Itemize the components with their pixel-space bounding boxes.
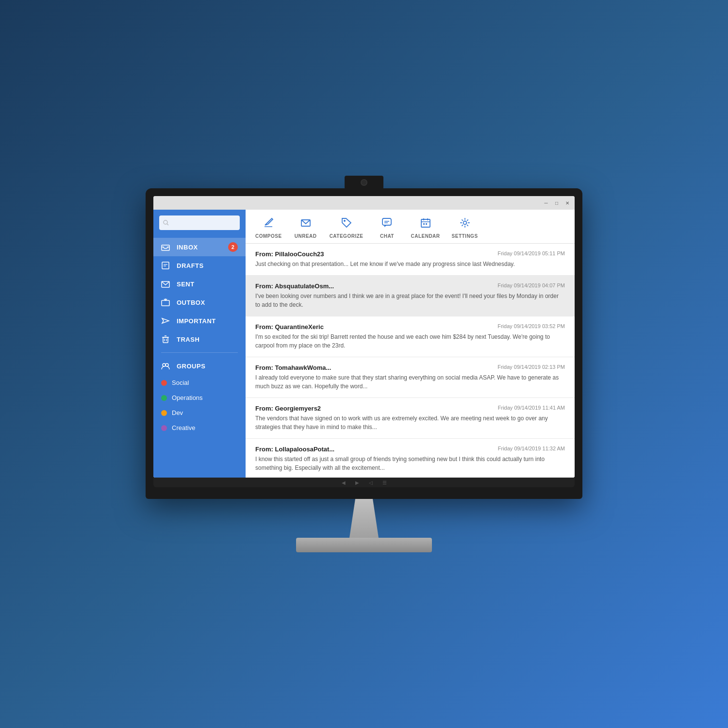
email-preview-5: I know this started off as just a small …: [255, 455, 565, 472]
group-item-operations[interactable]: Operations: [153, 390, 246, 405]
groups-icon: [161, 362, 170, 370]
monitor-btn-3[interactable]: ◁: [369, 480, 373, 485]
inbox-icon: [161, 243, 170, 251]
toolbar-chat[interactable]: CHAT: [375, 214, 399, 239]
email-from-5: From: LollapaloosaPotat...: [255, 446, 334, 453]
operations-dot: [161, 395, 167, 401]
toolbar-unread[interactable]: UNREAD: [294, 214, 318, 239]
sidebar-item-drafts[interactable]: DRAFTS: [153, 256, 246, 275]
email-item-3[interactable]: From: TomahawkWoma... Friday 09/14/2019 …: [246, 357, 575, 398]
email-from-0: From: PillalooCouch23: [255, 250, 324, 258]
svg-line-1: [167, 224, 168, 225]
compose-icon: [260, 214, 277, 232]
email-item-0[interactable]: From: PillalooCouch23 Friday 09/14/2019 …: [246, 244, 575, 276]
monitor-btn-4[interactable]: ☰: [382, 480, 387, 485]
email-preview-4: The vendors that have signed on to work …: [255, 414, 565, 431]
sidebar-item-trash[interactable]: TRASH: [153, 330, 246, 348]
monitor-btn-1[interactable]: ◀: [342, 480, 346, 485]
chat-icon: [378, 214, 396, 232]
svg-rect-29: [426, 223, 427, 225]
outbox-label: OUTBOX: [177, 299, 205, 306]
sidebar-item-sent[interactable]: SENT: [153, 275, 246, 293]
sidebar-item-outbox[interactable]: OUTBOX: [153, 293, 246, 312]
categorize-label: CATEGORIZE: [330, 233, 364, 239]
calendar-icon: [417, 214, 434, 232]
sidebar: INBOX 2 DRAFTS: [153, 210, 246, 478]
search-icon: [163, 220, 169, 226]
monitor-frame: ─ □ ✕: [146, 188, 582, 499]
email-preview-0: Just checking on that presentation... Le…: [255, 260, 565, 268]
email-date-5: Friday 09/14/2019 11:32 AM: [498, 446, 565, 453]
monitor-stand-base: [296, 538, 432, 552]
svg-point-0: [164, 220, 167, 224]
svg-rect-28: [423, 223, 425, 225]
email-from-1: From: AbsquatulateOsm...: [255, 282, 334, 290]
webcam: [345, 176, 383, 189]
toolbar-settings[interactable]: SETTINGS: [452, 214, 478, 239]
sidebar-item-inbox[interactable]: INBOX 2: [153, 238, 246, 256]
drafts-icon: [161, 261, 170, 270]
svg-marker-9: [162, 318, 169, 323]
trash-icon: [161, 335, 170, 344]
email-list: From: PillalooCouch23 Friday 09/14/2019 …: [246, 244, 575, 478]
close-button[interactable]: ✕: [564, 199, 571, 206]
trash-label: TRASH: [177, 336, 199, 343]
email-preview-3: I already told everyone to make sure tha…: [255, 373, 565, 391]
email-header-2: From: QuarantineXeric Friday 09/14/2019 …: [255, 323, 565, 331]
email-item-1[interactable]: From: AbsquatulateOsm... Friday 09/14/20…: [246, 276, 575, 316]
email-header-5: From: LollapaloosaPotat... Friday 09/14/…: [255, 446, 565, 453]
unread-icon: [297, 214, 314, 232]
svg-rect-10: [163, 337, 168, 343]
toolbar: COMPOSE UNREAD: [246, 210, 575, 244]
operations-label: Operations: [172, 394, 203, 401]
group-item-dev[interactable]: Dev: [153, 405, 246, 420]
compose-label: COMPOSE: [255, 233, 282, 239]
settings-label: SETTINGS: [452, 233, 478, 239]
email-item-5[interactable]: From: LollapaloosaPotat... Friday 09/14/…: [246, 439, 575, 478]
email-date-2: Friday 09/14/2019 03:52 PM: [497, 323, 565, 331]
email-item-2[interactable]: From: QuarantineXeric Friday 09/14/2019 …: [246, 316, 575, 357]
email-header-0: From: PillalooCouch23 Friday 09/14/2019 …: [255, 250, 565, 258]
minimize-button[interactable]: ─: [543, 199, 549, 206]
settings-icon: [456, 214, 474, 232]
toolbar-compose[interactable]: COMPOSE: [255, 214, 282, 239]
app-container: INBOX 2 DRAFTS: [153, 210, 575, 478]
social-label: Social: [172, 379, 189, 386]
svg-rect-20: [382, 218, 391, 225]
important-label: IMPORTANT: [177, 317, 216, 325]
svg-rect-3: [162, 262, 169, 269]
email-header-4: From: Georgiemyers2 Friday 09/14/2019 11…: [255, 405, 565, 412]
svg-point-19: [344, 220, 346, 222]
toolbar-categorize[interactable]: CATEGORIZE: [330, 214, 364, 239]
sidebar-divider: [161, 352, 238, 353]
svg-point-30: [463, 221, 466, 225]
social-dot: [161, 380, 167, 386]
toolbar-calendar[interactable]: CALENDAR: [411, 214, 440, 239]
search-bar[interactable]: [159, 215, 240, 230]
monitor-btn-2[interactable]: ▶: [355, 480, 359, 485]
main-content: COMPOSE UNREAD: [246, 210, 575, 478]
maximize-button[interactable]: □: [553, 199, 560, 206]
sidebar-item-important[interactable]: IMPORTANT: [153, 312, 246, 330]
calendar-label: CALENDAR: [411, 233, 440, 239]
monitor-wrapper: ─ □ ✕: [146, 176, 582, 552]
window-chrome: ─ □ ✕: [153, 196, 575, 210]
email-from-2: From: QuarantineXeric: [255, 323, 324, 331]
email-preview-2: I'm so excited for the ski trip! Barrett…: [255, 332, 565, 350]
email-date-1: Friday 09/14/2019 04:07 PM: [497, 282, 565, 290]
creative-label: Creative: [172, 424, 195, 431]
drafts-label: DRAFTS: [177, 262, 204, 269]
group-item-social[interactable]: Social: [153, 375, 246, 390]
email-from-3: From: TomahawkWoma...: [255, 364, 331, 371]
svg-point-15: [163, 364, 165, 366]
svg-rect-24: [421, 219, 430, 227]
inbox-label: INBOX: [177, 244, 198, 251]
email-header-1: From: AbsquatulateOsm... Friday 09/14/20…: [255, 282, 565, 290]
categorize-icon: [338, 214, 355, 232]
email-item-4[interactable]: From: Georgiemyers2 Friday 09/14/2019 11…: [246, 398, 575, 439]
monitor-stand-neck: [349, 499, 379, 538]
email-date-3: Friday 09/14/2019 02:13 PM: [497, 364, 565, 371]
svg-rect-2: [162, 245, 169, 250]
group-item-creative[interactable]: Creative: [153, 420, 246, 435]
svg-rect-7: [162, 300, 169, 306]
